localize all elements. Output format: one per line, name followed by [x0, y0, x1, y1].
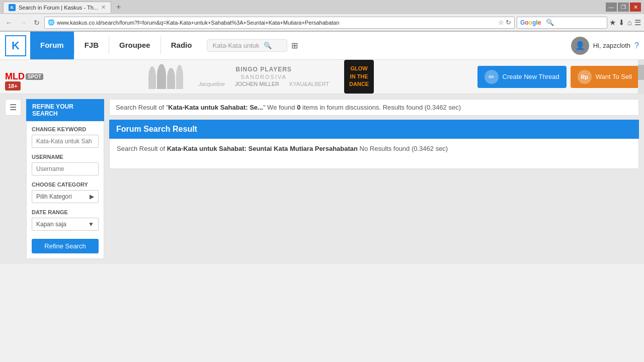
date-range-value: Kapan saja: [36, 221, 66, 228]
want-to-sell-button[interactable]: Rp Want To Sell: [571, 66, 639, 88]
left-panel: ☰: [5, 99, 21, 259]
new-tab-button[interactable]: +: [113, 2, 124, 13]
category-select[interactable]: Pilih Kategori ▶: [32, 190, 99, 203]
help-icon[interactable]: ?: [634, 41, 639, 50]
results-query: Kata-Kata untuk Sahabat: Se...: [168, 104, 263, 111]
create-thread-icon: ✏: [485, 70, 499, 84]
minimize-button[interactable]: —: [606, 3, 617, 12]
mld-logo: MLD SPOT: [5, 71, 43, 82]
forum-result-body: Search Result of Kata-Kata untuk Sahabat…: [109, 139, 639, 169]
category-value: Pilih Kategori: [36, 193, 72, 200]
band-jochen: JOCHEN MILLER: [235, 81, 279, 87]
address-actions: ☆ ↻: [498, 19, 511, 26]
nav-search-value: Kata-Kata untuk: [212, 42, 259, 49]
download-icon[interactable]: ⬇: [618, 18, 625, 27]
nav-item-groupee[interactable]: Groupee: [109, 32, 160, 59]
refine-header: REFINE YOUR SEARCH: [26, 99, 104, 121]
back-button[interactable]: ←: [3, 18, 15, 28]
window-controls: — ❐ ✕: [606, 3, 641, 12]
browser-search-icon[interactable]: 🔍: [546, 19, 554, 26]
toolbar-icons: ★ ⬇ ⌂ ☰: [609, 18, 641, 27]
nav-search-area[interactable]: Kata-Kata untuk 🔍: [207, 39, 287, 52]
title-bar: K Search in Forum | Kaskus - Th... ✕ + —…: [0, 0, 644, 14]
kaskus-navbar: K Forum FJB Groupee Radio Kata-Kata untu…: [0, 32, 644, 60]
refine-panel: REFINE YOUR SEARCH CHANGE KEYWORD USERNA…: [26, 99, 104, 259]
refine-body: CHANGE KEYWORD USERNAME CHOOSE CATEGORY …: [26, 121, 104, 259]
create-new-thread-button[interactable]: ✏ Create New Thread: [477, 66, 567, 88]
page: K Forum FJB Groupee Radio Kata-Kata untu…: [0, 32, 644, 362]
band-jacqueline: Jacqueline: [198, 81, 225, 87]
nav-items: Forum FJB Groupee Radio: [30, 32, 202, 59]
banner-images: BINGO PLAYERS SANDROSIVA Jacqueline JOCH…: [50, 60, 472, 93]
forum-result-header: Forum Search Result: [109, 120, 639, 139]
username-input[interactable]: [32, 162, 99, 175]
change-keyword-label: CHANGE KEYWORD: [32, 126, 99, 132]
nav-item-fjb[interactable]: FJB: [74, 32, 109, 59]
page-scrollbar[interactable]: [638, 60, 644, 94]
tab-title: Search in Forum | Kaskus - Th...: [19, 5, 98, 11]
refresh-button[interactable]: ↻: [31, 18, 42, 28]
forward-button[interactable]: →: [17, 18, 29, 28]
star-bookmark-icon[interactable]: ★: [609, 18, 616, 27]
username-label: USERNAME: [32, 154, 99, 160]
address-text: www.kaskus.co.id/search/forum?f=forum&q=…: [57, 20, 498, 26]
home-icon[interactable]: ⌂: [627, 18, 632, 27]
results-summary: Search Result of "Kata-Kata untuk Sahaba…: [109, 99, 639, 116]
refine-search-button[interactable]: Refine Search: [32, 239, 99, 253]
tab-favicon: K: [9, 4, 16, 11]
date-range-label: DATE RANGE: [32, 209, 99, 215]
address-bar[interactable]: 🌐 www.kaskus.co.id/search/forum?f=forum&…: [44, 17, 515, 29]
maximize-button[interactable]: ❐: [618, 3, 629, 12]
user-greeting: Hi, zapzcloth: [593, 42, 630, 49]
browser-search-box[interactable]: Google 🔍: [517, 17, 607, 29]
date-range-select[interactable]: Kapan saja ▼: [32, 218, 99, 231]
main-content: ☰ REFINE YOUR SEARCH CHANGE KEYWORD USER…: [0, 94, 644, 264]
category-label: CHOOSE CATEGORY: [32, 182, 99, 188]
nav-item-radio[interactable]: Radio: [161, 32, 202, 59]
keyword-input[interactable]: [32, 135, 99, 148]
category-arrow-icon: ▶: [90, 193, 94, 200]
bookmark-star[interactable]: ☆: [498, 19, 504, 26]
glow-text: GLOWIN THEDANCE: [344, 60, 374, 93]
list-view-icon[interactable]: ☰: [5, 99, 21, 116]
browser-tab[interactable]: K Search in Forum | Kaskus - Th... ✕: [3, 2, 111, 13]
close-button[interactable]: ✕: [630, 3, 641, 12]
age-badge: 18+: [5, 81, 21, 90]
browser-chrome: K Search in Forum | Kaskus - Th... ✕ + —…: [0, 0, 644, 32]
nav-item-forum[interactable]: Forum: [30, 32, 74, 59]
sell-icon: Rp: [578, 70, 592, 84]
banner: MLD SPOT 18+ BINGO PLAYERS SANDROSIVA Ja…: [0, 60, 644, 94]
user-avatar: 👤: [571, 37, 589, 55]
address-bar-row: ← → ↻ 🌐 www.kaskus.co.id/search/forum?f=…: [0, 14, 644, 31]
title-bar-left: K Search in Forum | Kaskus - Th... ✕ +: [3, 2, 124, 13]
address-security-icon: 🌐: [48, 19, 55, 26]
band-sandro: SANDROSIVA: [198, 74, 329, 80]
scroll-thumb: [638, 65, 644, 80]
kaskus-logo[interactable]: K: [5, 35, 26, 56]
band-kyau: KYAU&ALBERT: [289, 81, 329, 87]
banner-actions: ✏ Create New Thread Rp Want To Sell: [477, 66, 639, 88]
tab-close-button[interactable]: ✕: [101, 4, 106, 11]
menu-icon[interactable]: ☰: [634, 18, 641, 27]
result-query-full: Kata-Kata untuk Sahabat: Seuntai Kata Mu…: [167, 145, 358, 152]
kaskus-k-letter: K: [12, 39, 20, 52]
reload-btn[interactable]: ↻: [506, 19, 511, 26]
nav-search-icon[interactable]: 🔍: [264, 42, 272, 49]
band-bingo: BINGO PLAYERS: [198, 66, 329, 73]
nav-grid-icon[interactable]: ⊞: [291, 41, 298, 50]
date-range-arrow-icon: ▼: [88, 221, 94, 228]
nav-right: 👤 Hi, zapzcloth ?: [571, 37, 639, 55]
results-panel: Search Result of "Kata-Kata untuk Sahaba…: [109, 99, 639, 259]
google-logo: Google: [520, 19, 541, 26]
